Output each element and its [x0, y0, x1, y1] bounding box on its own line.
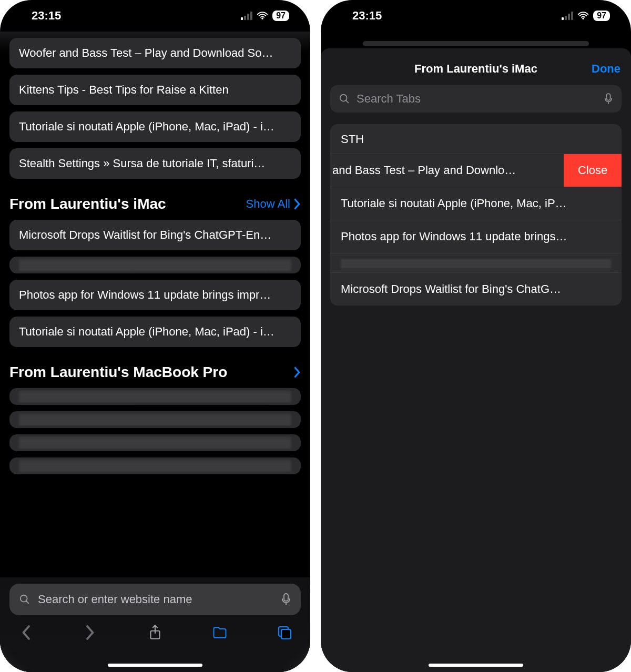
safari-toolbar: [9, 615, 301, 640]
chevron-right-icon: [293, 198, 301, 210]
section-title: From Laurentiu's MacBook Pro: [9, 364, 227, 381]
search-icon: [19, 594, 30, 605]
imac-items: Microsoft Drops Waitlist for Bing's Chat…: [0, 220, 310, 347]
tab-row[interactable]: Tutoriale si noutati Apple (iPhone, Mac,…: [330, 187, 622, 220]
battery-badge: 97: [593, 11, 610, 21]
safari-bottom-bar: Search or enter website name: [0, 577, 310, 672]
tab-item-redacted[interactable]: [9, 257, 301, 273]
search-tabs-field[interactable]: Search Tabs: [330, 85, 622, 113]
phone-left: 23:15 97 Woofer and Bass Test – Play and…: [0, 0, 310, 672]
show-all-label: Show All: [246, 197, 290, 211]
status-time: 23:15: [32, 9, 61, 23]
tab-row[interactable]: and Bass Test – Play and Downlo… Close: [330, 154, 622, 187]
tab-item[interactable]: Tutoriale si noutati Apple (iPhone, Mac,…: [9, 111, 301, 142]
tab-item[interactable]: Woofer and Bass Test – Play and Download…: [9, 38, 301, 68]
done-button[interactable]: Done: [592, 62, 620, 76]
address-bar[interactable]: Search or enter website name: [9, 584, 301, 615]
show-all-button[interactable]: [293, 366, 301, 378]
tab-item-redacted[interactable]: [9, 434, 301, 451]
svg-rect-1: [284, 594, 288, 601]
tabs-button[interactable]: [277, 625, 292, 640]
status-bar: 23:15 97: [0, 0, 310, 32]
tab-row-redacted[interactable]: [330, 253, 622, 272]
tab-item-redacted[interactable]: [9, 457, 301, 474]
share-button[interactable]: [147, 625, 163, 640]
macbook-items: [0, 388, 310, 474]
show-all-button[interactable]: Show All: [246, 197, 301, 211]
forward-button[interactable]: [83, 625, 98, 640]
tab-item[interactable]: Microsoft Drops Waitlist for Bing's Chat…: [9, 220, 301, 250]
mic-icon[interactable]: [281, 593, 291, 606]
top-items: Woofer and Bass Test – Play and Download…: [0, 38, 310, 179]
home-indicator[interactable]: [429, 664, 523, 667]
battery-badge: 97: [272, 11, 289, 21]
search-icon: [339, 93, 350, 105]
tabs-sheet: From Laurentiu's iMac Done Search Tabs S…: [321, 48, 631, 672]
tab-item[interactable]: Photos app for Windows 11 update brings …: [9, 280, 301, 310]
tabs-group-title: STH: [330, 124, 622, 154]
phone-right: 23:15 97 From Laurentiu's iMac Done Sear…: [321, 0, 631, 672]
bookmarks-button[interactable]: [212, 625, 228, 640]
wifi-icon: [257, 10, 268, 22]
safari-start-page[interactable]: Woofer and Bass Test – Play and Download…: [0, 32, 310, 672]
home-indicator[interactable]: [108, 664, 202, 667]
sheet-title: From Laurentiu's iMac: [414, 62, 537, 76]
section-title: From Laurentiu's iMac: [9, 196, 166, 212]
tab-row-label: and Bass Test – Play and Downlo…: [330, 164, 553, 177]
status-time: 23:15: [352, 9, 382, 23]
close-button[interactable]: Close: [564, 154, 622, 187]
back-button[interactable]: [18, 625, 34, 640]
status-right: 97: [241, 10, 289, 22]
status-bar: 23:15 97: [321, 0, 631, 32]
tab-item-redacted[interactable]: [9, 388, 301, 405]
chevron-right-icon: [293, 366, 301, 378]
cellular-icon: [241, 12, 252, 20]
tabs-group: STH and Bass Test – Play and Downlo… Clo…: [330, 124, 622, 306]
address-placeholder: Search or enter website name: [38, 593, 273, 606]
sheet-grabber[interactable]: [363, 41, 589, 46]
tab-item[interactable]: Stealth Settings » Sursa de tutoriale IT…: [9, 148, 301, 179]
tab-row[interactable]: Microsoft Drops Waitlist for Bing's Chat…: [330, 272, 622, 306]
cellular-icon: [562, 12, 573, 20]
tab-item[interactable]: Kittens Tips - Best Tips for Raise a Kit…: [9, 75, 301, 105]
tab-item[interactable]: Tutoriale si noutati Apple (iPhone, Mac,…: [9, 317, 301, 347]
svg-rect-4: [281, 629, 291, 639]
tab-row[interactable]: Photos app for Windows 11 update brings…: [330, 220, 622, 253]
section-header-macbook: From Laurentiu's MacBook Pro: [0, 353, 310, 388]
sheet-header: From Laurentiu's iMac Done: [321, 58, 631, 85]
section-header-imac: From Laurentiu's iMac Show All: [0, 185, 310, 220]
svg-rect-6: [606, 94, 610, 100]
status-right: 97: [562, 10, 610, 22]
wifi-icon: [577, 10, 589, 22]
mic-icon[interactable]: [604, 93, 613, 105]
search-placeholder: Search Tabs: [357, 92, 597, 106]
tab-item-redacted[interactable]: [9, 411, 301, 428]
